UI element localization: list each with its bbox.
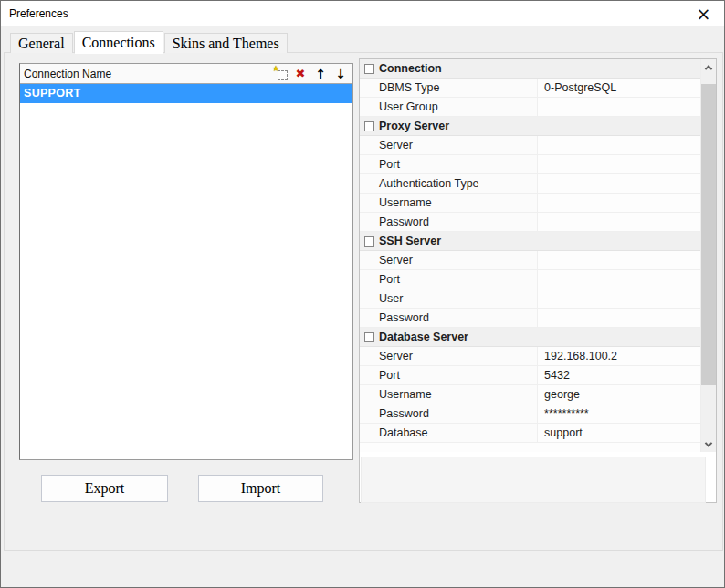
property-value[interactable] (538, 251, 700, 269)
property-label: User Group (360, 98, 538, 116)
property-value[interactable]: 0-PostgreSQL (538, 79, 700, 97)
property-value[interactable] (538, 136, 700, 154)
property-label: Username (360, 385, 538, 404)
property-label: Password (360, 309, 538, 327)
property-label: DBMS Type (360, 79, 538, 97)
property-label: Authentication Type (360, 174, 538, 193)
property-label: Server (360, 347, 538, 365)
import-button[interactable]: Import (198, 475, 323, 502)
section-title: Database Server (360, 328, 468, 346)
connection-list-header: Connection Name ★ ✖ ↑ ↓ (20, 64, 352, 84)
collapse-icon[interactable] (364, 64, 374, 74)
property-label: Port (360, 270, 538, 289)
property-grid: Connection DBMS Type 0-PostgreSQL User G… (360, 59, 716, 452)
scroll-up-icon[interactable] (701, 59, 716, 75)
title-bar: Preferences × (1, 1, 724, 26)
tab-general[interactable]: General (10, 33, 73, 53)
export-button[interactable]: Export (41, 475, 168, 502)
section-row-proxy-server[interactable]: Proxy Server (360, 117, 700, 136)
property-row-db-port: Port 5432 (360, 366, 700, 385)
move-down-button[interactable]: ↓ (331, 65, 351, 83)
property-row-db-username: Username george (360, 385, 700, 404)
scrollbar-thumb[interactable] (701, 84, 716, 385)
property-label: Server (360, 136, 538, 154)
connections-tab-page: Connection Name ★ ✖ ↑ ↓ SUPPORT (4, 52, 723, 551)
property-label: Password (360, 213, 538, 231)
section-row-connection[interactable]: Connection (360, 59, 700, 79)
property-description-pane (361, 457, 706, 503)
section-row-ssh-server[interactable]: SSH Server (360, 232, 700, 251)
tab-skins-and-themes[interactable]: Skins and Themes (164, 33, 288, 53)
delete-connection-button[interactable]: ✖ (290, 65, 310, 83)
new-star-icon: ★ (272, 65, 279, 73)
property-value[interactable]: support (538, 424, 700, 442)
arrow-up-icon: ↑ (315, 67, 326, 81)
property-row-proxy-server-host: Server (360, 136, 700, 155)
delete-x-icon: ✖ (296, 67, 306, 80)
connection-list-header-label: Connection Name (24, 68, 270, 80)
property-row-ssh-server-host: Server (360, 251, 700, 270)
property-value[interactable] (538, 174, 700, 193)
property-label: Username (360, 194, 538, 212)
property-value[interactable] (538, 309, 700, 327)
preferences-dialog: Preferences × General Connections Skins … (0, 0, 725, 588)
arrow-down-icon: ↓ (335, 67, 346, 81)
property-value[interactable] (538, 270, 700, 289)
property-grid-rows: Connection DBMS Type 0-PostgreSQL User G… (360, 59, 700, 452)
property-label: Port (360, 366, 538, 384)
property-label: Server (360, 251, 538, 269)
property-row-db-server-host: Server 192.168.100.2 (360, 347, 700, 366)
property-value[interactable]: 5432 (538, 366, 700, 384)
property-label: Password (360, 404, 538, 423)
property-value[interactable]: george (538, 385, 700, 404)
property-value[interactable] (538, 155, 700, 173)
property-value[interactable]: ********** (538, 404, 700, 423)
property-label: Database (360, 424, 538, 442)
property-label: Port (360, 155, 538, 173)
collapse-icon[interactable] (364, 236, 374, 247)
close-icon[interactable]: × (683, 1, 724, 26)
tab-strip: General Connections Skins and Themes (10, 31, 724, 53)
vertical-scrollbar[interactable] (700, 59, 716, 452)
collapse-icon[interactable] (364, 332, 374, 342)
property-row-ssh-password: Password (360, 309, 700, 328)
section-row-database-server[interactable]: Database Server (360, 328, 700, 347)
property-value[interactable] (538, 213, 700, 231)
property-value[interactable] (538, 194, 700, 212)
property-row-user-group: User Group (360, 98, 700, 117)
property-row-ssh-user: User (360, 289, 700, 309)
connection-list[interactable]: SUPPORT (20, 84, 352, 459)
move-up-button[interactable]: ↑ (310, 65, 331, 83)
property-row-auth-type: Authentication Type (360, 174, 700, 194)
new-connection-button[interactable]: ★ (270, 65, 290, 83)
property-value[interactable] (538, 289, 700, 308)
property-label: User (360, 289, 538, 308)
property-row-proxy-port: Port (360, 155, 700, 174)
property-row-ssh-port: Port (360, 270, 700, 289)
connection-list-panel: Connection Name ★ ✖ ↑ ↓ SUPPORT (19, 63, 353, 460)
collapse-icon[interactable] (364, 121, 374, 131)
tab-connections[interactable]: Connections (74, 31, 163, 54)
property-row-db-database: Database support (360, 424, 700, 443)
property-value[interactable] (538, 98, 700, 116)
property-row-proxy-password: Password (360, 213, 700, 232)
scroll-down-icon[interactable] (701, 436, 716, 452)
property-row-proxy-username: Username (360, 194, 700, 213)
list-item-support[interactable]: SUPPORT (20, 84, 352, 103)
connection-property-panel: Connection DBMS Type 0-PostgreSQL User G… (359, 58, 717, 503)
property-row-dbms-type: DBMS Type 0-PostgreSQL (360, 79, 700, 98)
window-title: Preferences (9, 7, 68, 20)
property-value[interactable]: 192.168.100.2 (538, 347, 700, 365)
property-row-db-password: Password ********** (360, 404, 700, 424)
